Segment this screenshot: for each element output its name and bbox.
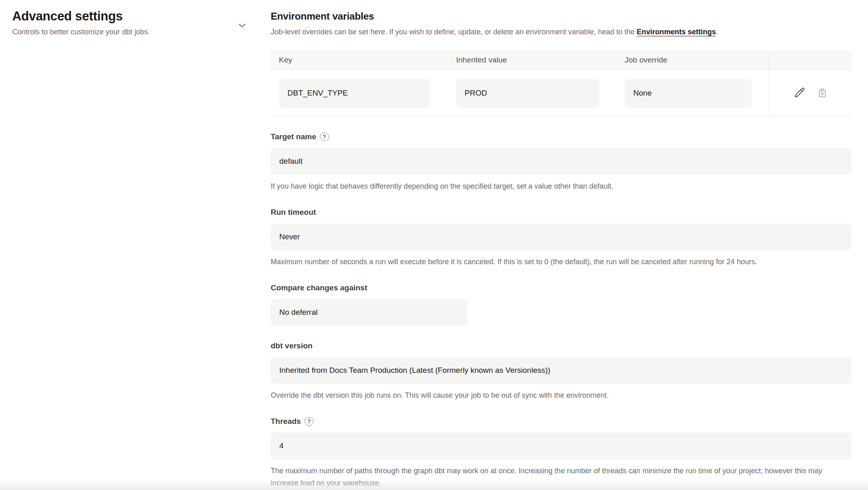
target-name-input[interactable]: default [271, 148, 852, 175]
target-name-label-text: Target name [271, 132, 316, 141]
env-var-key-cell: DBT_ENV_TYPE [271, 70, 448, 116]
threads-label: Threads ? [271, 417, 852, 426]
env-var-override-cell: None [617, 70, 769, 116]
section-description-period: . [716, 28, 718, 36]
column-header-key: Key [271, 51, 448, 69]
run-timeout-label: Run timeout [271, 208, 852, 217]
env-var-key-value: DBT_ENV_TYPE [279, 79, 431, 108]
section-description-text: Job-level overrides can be set here. If … [271, 28, 637, 36]
compare-changes-label: Compare changes against [271, 283, 852, 292]
dbt-version-label-text: dbt version [271, 341, 312, 350]
advanced-settings-panel: Advanced settings Controls to better cus… [0, 0, 271, 490]
trash-icon [816, 87, 828, 100]
column-header-actions [769, 51, 852, 69]
compare-changes-select[interactable]: No deferral [271, 299, 467, 326]
environments-settings-link[interactable]: Environments settings [637, 28, 716, 36]
env-var-actions-cell [769, 70, 852, 116]
run-timeout-input[interactable]: Never [271, 223, 852, 250]
pencil-icon [792, 86, 806, 101]
chevron-down-icon[interactable] [237, 20, 247, 30]
env-vars-table-header: Key Inherited value Job override [271, 51, 852, 70]
run-timeout-help: Maximum number of seconds a run will exe… [271, 256, 852, 268]
help-icon[interactable]: ? [305, 417, 314, 426]
environment-variables-section: Environment variables Job-level override… [271, 0, 868, 490]
page-subtitle: Controls to better customize your dbt jo… [12, 28, 271, 36]
section-title: Environment variables [271, 11, 852, 22]
section-description: Job-level overrides can be set here. If … [271, 27, 852, 37]
target-name-help: If you have logic that behaves different… [271, 180, 852, 192]
dbt-version-select[interactable]: Inherited from Docs Team Production (Lat… [271, 357, 852, 384]
env-var-inherited-cell: PROD [448, 70, 617, 116]
dbt-version-help: Override the dbt version this job runs o… [271, 389, 852, 401]
run-timeout-label-text: Run timeout [271, 208, 316, 217]
edit-env-var-button[interactable] [792, 86, 806, 101]
env-var-inherited-value: PROD [456, 79, 599, 108]
column-header-job-override: Job override [617, 51, 769, 69]
dbt-version-label: dbt version [271, 341, 852, 350]
env-vars-table: Key Inherited value Job override DBT_ENV… [271, 51, 852, 117]
page-title: Advanced settings [12, 9, 271, 24]
table-row: DBT_ENV_TYPE PROD None [271, 70, 852, 117]
compare-changes-label-text: Compare changes against [271, 283, 367, 292]
job-settings-page: Advanced settings Controls to better cus… [0, 0, 868, 490]
help-icon[interactable]: ? [320, 132, 329, 141]
threads-help: The maximum number of paths through the … [271, 465, 852, 489]
env-var-override-value: None [625, 79, 752, 108]
target-name-label: Target name ? [271, 132, 852, 141]
threads-input[interactable]: 4 [271, 432, 852, 459]
delete-env-var-button[interactable] [816, 87, 828, 100]
threads-label-text: Threads [271, 417, 301, 426]
column-header-inherited-value: Inherited value [448, 51, 617, 69]
